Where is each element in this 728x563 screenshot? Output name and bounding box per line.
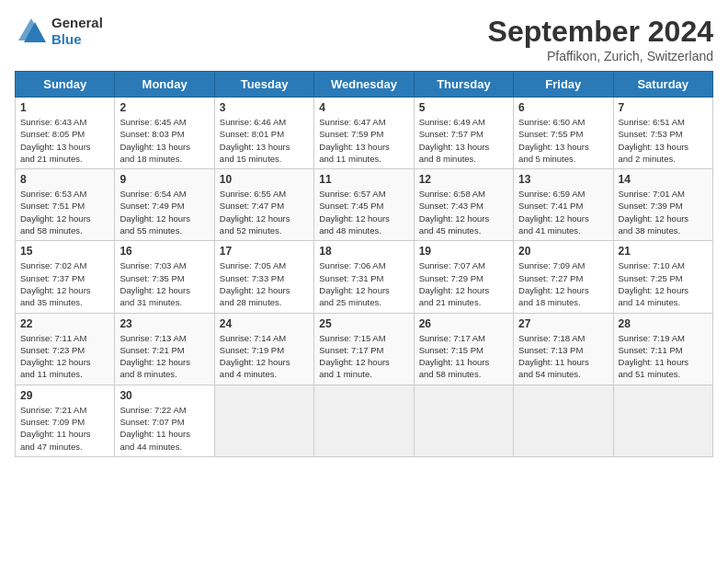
cell-details: Sunrise: 6:58 AMSunset: 7:43 PMDaylight:… [419,188,508,236]
calendar-cell: 28Sunrise: 7:19 AMSunset: 7:11 PMDayligh… [613,313,712,385]
calendar-cell [613,385,712,456]
calendar-body: 1Sunrise: 6:43 AMSunset: 8:05 PMDaylight… [16,98,713,457]
cell-details: Sunrise: 7:17 AMSunset: 7:15 PMDaylight:… [419,332,508,381]
day-header-thursday: Thursday [414,72,513,98]
calendar-cell: 22Sunrise: 7:11 AMSunset: 7:23 PMDayligh… [16,313,115,385]
day-number: 22 [20,317,109,330]
cell-details: Sunrise: 7:06 AMSunset: 7:31 PMDaylight:… [319,259,408,308]
cell-details: Sunrise: 6:54 AMSunset: 7:49 PMDaylight:… [119,188,209,236]
calendar-week-row: 1Sunrise: 6:43 AMSunset: 8:05 PMDaylight… [16,98,713,169]
cell-details: Sunrise: 6:55 AMSunset: 7:47 PMDaylight:… [220,188,309,236]
calendar-cell: 13Sunrise: 6:59 AMSunset: 7:41 PMDayligh… [514,169,613,241]
cell-details: Sunrise: 7:03 AMSunset: 7:35 PMDaylight:… [119,259,209,308]
title-section: September 2024 Pfaffikon, Zurich, Switze… [488,15,713,63]
calendar-cell: 4Sunrise: 6:47 AMSunset: 7:59 PMDaylight… [314,98,414,169]
calendar-cell: 2Sunrise: 6:45 AMSunset: 8:03 PMDaylight… [115,98,214,169]
day-number: 10 [220,173,309,186]
calendar-cell: 25Sunrise: 7:15 AMSunset: 7:17 PMDayligh… [314,313,414,385]
day-number: 3 [220,101,309,114]
calendar-week-row: 22Sunrise: 7:11 AMSunset: 7:23 PMDayligh… [16,313,713,385]
calendar-table: SundayMondayTuesdayWednesdayThursdayFrid… [15,71,713,457]
calendar-cell [314,385,414,456]
cell-details: Sunrise: 6:45 AMSunset: 8:03 PMDaylight:… [119,116,209,165]
cell-details: Sunrise: 7:19 AMSunset: 7:11 PMDaylight:… [619,332,708,381]
calendar-cell: 14Sunrise: 7:01 AMSunset: 7:39 PMDayligh… [613,169,712,241]
cell-details: Sunrise: 7:11 AMSunset: 7:23 PMDaylight:… [20,332,109,381]
calendar-header: SundayMondayTuesdayWednesdayThursdayFrid… [16,72,713,98]
day-header-wednesday: Wednesday [314,72,414,98]
calendar-cell: 18Sunrise: 7:06 AMSunset: 7:31 PMDayligh… [314,241,414,313]
calendar-cell: 12Sunrise: 6:58 AMSunset: 7:43 PMDayligh… [414,169,513,241]
calendar-week-row: 29Sunrise: 7:21 AMSunset: 7:09 PMDayligh… [16,385,713,456]
calendar-cell: 24Sunrise: 7:14 AMSunset: 7:19 PMDayligh… [214,313,313,385]
cell-details: Sunrise: 7:15 AMSunset: 7:17 PMDaylight:… [319,332,408,381]
day-number: 15 [20,245,109,258]
calendar-cell: 26Sunrise: 7:17 AMSunset: 7:15 PMDayligh… [414,313,513,385]
cell-details: Sunrise: 6:46 AMSunset: 8:01 PMDaylight:… [220,116,309,165]
calendar-cell: 27Sunrise: 7:18 AMSunset: 7:13 PMDayligh… [514,313,613,385]
cell-details: Sunrise: 6:50 AMSunset: 7:55 PMDaylight:… [518,116,608,165]
calendar-cell: 30Sunrise: 7:22 AMSunset: 7:07 PMDayligh… [115,385,214,456]
subtitle: Pfaffikon, Zurich, Switzerland [488,49,713,63]
calendar-cell [214,385,313,456]
cell-details: Sunrise: 7:18 AMSunset: 7:13 PMDaylight:… [518,332,608,381]
day-number: 20 [518,245,608,258]
day-header-saturday: Saturday [613,72,712,98]
cell-details: Sunrise: 6:51 AMSunset: 7:53 PMDaylight:… [619,116,708,165]
calendar-cell: 23Sunrise: 7:13 AMSunset: 7:21 PMDayligh… [115,313,214,385]
day-number: 7 [619,101,708,114]
cell-details: Sunrise: 7:07 AMSunset: 7:29 PMDaylight:… [419,259,508,308]
day-number: 23 [119,317,209,330]
day-number: 24 [220,317,309,330]
calendar-cell: 9Sunrise: 6:54 AMSunset: 7:49 PMDaylight… [115,169,214,241]
cell-details: Sunrise: 6:53 AMSunset: 7:51 PMDaylight:… [20,188,109,236]
day-number: 1 [20,101,109,114]
day-number: 4 [319,101,408,114]
day-number: 28 [619,317,708,330]
day-number: 21 [619,245,708,258]
day-number: 11 [319,173,408,186]
calendar-cell [514,385,613,456]
cell-details: Sunrise: 7:01 AMSunset: 7:39 PMDaylight:… [619,188,708,236]
day-number: 16 [119,245,209,258]
calendar-cell: 1Sunrise: 6:43 AMSunset: 8:05 PMDaylight… [16,98,115,169]
calendar-cell: 17Sunrise: 7:05 AMSunset: 7:33 PMDayligh… [214,241,313,313]
day-number: 2 [119,101,209,114]
cell-details: Sunrise: 7:14 AMSunset: 7:19 PMDaylight:… [220,332,309,381]
cell-details: Sunrise: 6:59 AMSunset: 7:41 PMDaylight:… [518,188,608,236]
day-number: 8 [20,173,109,186]
day-number: 25 [319,317,408,330]
cell-details: Sunrise: 7:02 AMSunset: 7:37 PMDaylight:… [20,259,109,308]
cell-details: Sunrise: 6:57 AMSunset: 7:45 PMDaylight:… [319,188,408,236]
day-number: 30 [119,389,209,402]
day-number: 18 [319,245,408,258]
cell-details: Sunrise: 7:10 AMSunset: 7:25 PMDaylight:… [619,259,708,308]
cell-details: Sunrise: 6:43 AMSunset: 8:05 PMDaylight:… [20,116,109,165]
days-of-week-row: SundayMondayTuesdayWednesdayThursdayFrid… [16,72,713,98]
logo: General Blue [15,15,103,48]
calendar-cell: 6Sunrise: 6:50 AMSunset: 7:55 PMDaylight… [514,98,613,169]
day-number: 29 [20,389,109,402]
day-header-tuesday: Tuesday [214,72,313,98]
logo-icon [15,15,48,48]
calendar-cell: 7Sunrise: 6:51 AMSunset: 7:53 PMDaylight… [613,98,712,169]
day-number: 27 [518,317,608,330]
calendar-week-row: 15Sunrise: 7:02 AMSunset: 7:37 PMDayligh… [16,241,713,313]
calendar-cell: 3Sunrise: 6:46 AMSunset: 8:01 PMDaylight… [214,98,313,169]
day-number: 12 [419,173,508,186]
cell-details: Sunrise: 6:47 AMSunset: 7:59 PMDaylight:… [319,116,408,165]
calendar-cell: 10Sunrise: 6:55 AMSunset: 7:47 PMDayligh… [214,169,313,241]
calendar-cell: 8Sunrise: 6:53 AMSunset: 7:51 PMDaylight… [16,169,115,241]
day-header-friday: Friday [514,72,613,98]
day-number: 6 [518,101,608,114]
calendar-cell: 16Sunrise: 7:03 AMSunset: 7:35 PMDayligh… [115,241,214,313]
cell-details: Sunrise: 7:22 AMSunset: 7:07 PMDaylight:… [119,404,209,453]
calendar-cell: 21Sunrise: 7:10 AMSunset: 7:25 PMDayligh… [613,241,712,313]
day-number: 17 [220,245,309,258]
calendar-cell [414,385,513,456]
cell-details: Sunrise: 7:13 AMSunset: 7:21 PMDaylight:… [119,332,209,381]
calendar-cell: 15Sunrise: 7:02 AMSunset: 7:37 PMDayligh… [16,241,115,313]
page-header: General Blue September 2024 Pfaffikon, Z… [15,15,713,63]
calendar-week-row: 8Sunrise: 6:53 AMSunset: 7:51 PMDaylight… [16,169,713,241]
cell-details: Sunrise: 6:49 AMSunset: 7:57 PMDaylight:… [419,116,508,165]
